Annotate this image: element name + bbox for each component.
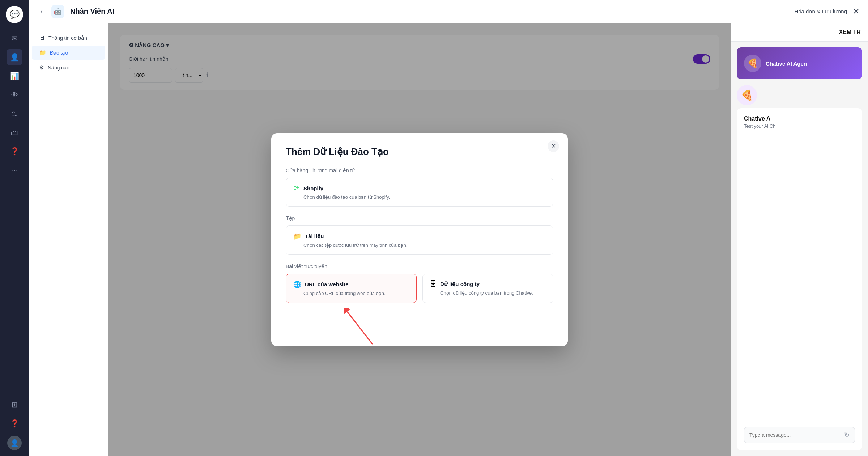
nav-icon-grid[interactable]: ⊞ [7,397,22,413]
promo-icon: 🍕 [744,55,761,72]
page-title: Nhân Viên AI [70,7,788,16]
chat-refresh-button[interactable]: ↻ [844,431,850,439]
right-panel-header: XEM TR [731,23,868,42]
nav-item-advanced[interactable]: ⚙ Nâng cao [32,60,105,75]
company-data-desc: Chọn dữ liệu công ty của bạn trong Chati… [430,290,546,296]
company-data-header: 🗄 Dữ liệu công ty [430,280,546,288]
agent-name: Chative A [744,115,855,122]
nav-icon-database[interactable]: 🗃 [7,124,22,140]
nav-item-basic-info-label: Thông tin cơ bản [48,35,87,41]
modal-dialog: Thêm Dữ Liệu Đào Tạo ✕ Cửa hàng Thương m… [271,133,568,346]
arrow-area [286,312,553,333]
shopify-name: Shopify [303,185,323,191]
shopify-card[interactable]: 🛍 Shopify Chọn dữ liệu đào tạo của bạn t… [286,178,553,207]
sidebar-narrow: 💬 ✉ 👤 📊 👁 🗂 🗃 ❓ ⋯ ⊞ ❓ 👤 [0,0,29,456]
logo-button[interactable]: 💬 [6,6,23,23]
xem-tr-label: XEM TR [839,29,861,35]
main-content: ⚙ NÂNG CAO ▾ Giới hạn tin nhắn ít n... n… [109,23,731,456]
nav-icon-user[interactable]: 👤 [7,49,22,65]
document-icon: 📁 [293,232,301,240]
nav-icon-table[interactable]: 🗂 [7,106,22,122]
nav-item-advanced-label: Nâng cao [48,65,69,71]
nav-item-training[interactable]: 📁 Đào tạo [32,46,105,60]
invoice-button[interactable]: Hóa đơn & Lưu lượng [794,8,847,15]
agent-avatar: 🍕 [737,85,757,105]
modal-title: Thêm Dữ Liệu Đào Tạo [286,146,553,157]
section-label-online: Bài viết trực tuyến [286,263,553,269]
main-area: ‹ 🤖 Nhân Viên AI Hóa đơn & Lưu lượng ✕ 🖥… [29,0,868,456]
modal-close-button[interactable]: ✕ [548,140,559,152]
top-bar-actions: Hóa đơn & Lưu lượng ✕ [794,7,859,16]
online-cards-row: 🌐 URL của website Cung cấp URL của trang… [286,274,553,303]
svg-line-1 [347,312,373,344]
training-icon: 📁 [39,49,46,56]
top-bar: ‹ 🤖 Nhân Viên AI Hóa đơn & Lưu lượng ✕ [29,0,868,23]
company-data-icon: 🗄 [430,280,437,288]
url-card[interactable]: 🌐 URL của website Cung cấp URL của trang… [286,274,417,303]
url-name: URL của website [305,281,349,288]
red-arrow-svg [344,308,401,346]
nav-icon-eye[interactable]: 👁 [7,87,22,103]
file-cards-row: 📁 Tài liệu Chọn các tệp được lưu trữ trê… [286,225,553,255]
content-wrapper: 🖥 Thông tin cơ bản 📁 Đào tạo ⚙ Nâng cao … [29,23,868,456]
company-data-card[interactable]: 🗄 Dữ liệu công ty Chọn dữ liệu công ty c… [422,274,553,303]
document-name: Tài liệu [305,233,324,240]
advanced-icon: ⚙ [39,64,44,71]
agent-panel: Chative A Test your Ai Ch ↻ [737,108,862,450]
top-bar-close-button[interactable]: ✕ [853,7,859,16]
store-cards-row: 🛍 Shopify Chọn dữ liệu đào tạo của bạn t… [286,178,553,207]
shopify-icon: 🛍 [293,185,300,192]
shopify-card-header: 🛍 Shopify [293,185,546,192]
url-icon: 🌐 [293,280,301,288]
section-label-store: Cửa hàng Thương mại điện tử [286,168,553,173]
document-card[interactable]: 📁 Tài liệu Chọn các tệp được lưu trữ trê… [286,225,553,255]
company-data-name: Dữ liệu công ty [440,281,480,287]
back-button[interactable]: ‹ [38,6,46,17]
url-desc: Cung cấp URL của trang web của bạn. [293,291,409,296]
nav-icon-chart[interactable]: 📊 [7,68,22,84]
nav-item-training-label: Đào tạo [50,50,68,56]
nav-icon-more[interactable]: ⋯ [7,162,22,178]
nav-icon-mail[interactable]: ✉ [7,30,22,46]
nav-icon-question[interactable]: ❓ [7,415,22,431]
document-card-header: 📁 Tài liệu [293,232,546,240]
promo-banner[interactable]: 🍕 Chative AI Agen [737,47,862,79]
left-nav: 🖥 Thông tin cơ bản 📁 Đào tạo ⚙ Nâng cao [29,23,109,456]
modal-overlay[interactable]: Thêm Dữ Liệu Đào Tạo ✕ Cửa hàng Thương m… [109,23,731,456]
document-desc: Chọn các tệp được lưu trữ trên máy tính … [293,242,546,248]
agent-description: Test your Ai Ch [744,123,855,129]
chat-input-area: ↻ [744,427,855,443]
url-card-header: 🌐 URL của website [293,280,409,288]
nav-item-basic-info[interactable]: 🖥 Thông tin cơ bản [32,31,105,45]
promo-title: Chative AI Agen [766,60,807,67]
right-panel: XEM TR 🍕 Chative AI Agen 🍕 Chative A Tes… [731,23,868,456]
chat-input[interactable] [749,432,841,438]
basic-info-icon: 🖥 [39,35,45,41]
nav-icon-help[interactable]: ❓ [7,143,22,159]
nav-icon-avatar[interactable]: 👤 [7,436,22,450]
bot-icon: 🤖 [51,5,64,18]
section-label-file: Tệp [286,215,553,221]
shopify-desc: Chọn dữ liệu đào tạo của bạn từ Shopify. [293,194,546,200]
